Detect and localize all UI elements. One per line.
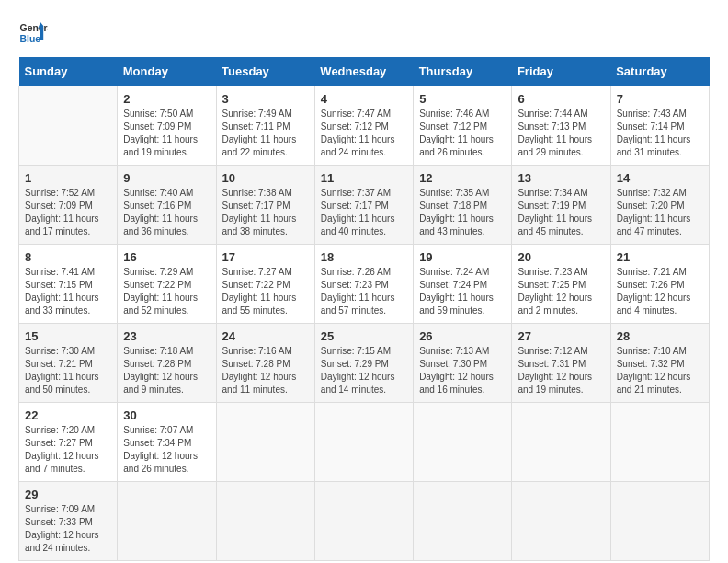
calendar-cell: 20Sunrise: 7:23 AM Sunset: 7:25 PM Dayli… <box>512 245 610 324</box>
day-info: Sunrise: 7:15 AM Sunset: 7:29 PM Dayligh… <box>321 345 407 396</box>
page-header: General Blue <box>18 18 710 48</box>
day-number: 10 <box>222 171 309 185</box>
day-number: 9 <box>123 171 210 185</box>
day-info: Sunrise: 7:40 AM Sunset: 7:16 PM Dayligh… <box>123 187 210 238</box>
day-info: Sunrise: 7:50 AM Sunset: 7:09 PM Dayligh… <box>123 108 210 159</box>
calendar-cell: 25Sunrise: 7:15 AM Sunset: 7:29 PM Dayli… <box>314 324 413 403</box>
day-info: Sunrise: 7:10 AM Sunset: 7:32 PM Dayligh… <box>617 345 703 396</box>
svg-text:General: General <box>20 23 48 33</box>
calendar-cell: 16Sunrise: 7:29 AM Sunset: 7:22 PM Dayli… <box>118 245 216 324</box>
day-info: Sunrise: 7:46 AM Sunset: 7:12 PM Dayligh… <box>419 108 506 159</box>
day-number: 14 <box>617 171 703 185</box>
day-info: Sunrise: 7:30 AM Sunset: 7:21 PM Dayligh… <box>25 345 111 396</box>
calendar-cell: 1Sunrise: 7:52 AM Sunset: 7:09 PM Daylig… <box>19 166 118 245</box>
svg-text:Blue: Blue <box>20 34 41 44</box>
day-info: Sunrise: 7:09 AM Sunset: 7:33 PM Dayligh… <box>25 503 111 555</box>
day-number: 17 <box>222 250 309 264</box>
day-number: 4 <box>321 92 407 106</box>
day-number: 22 <box>25 408 111 422</box>
day-number: 16 <box>123 250 210 264</box>
day-info: Sunrise: 7:16 AM Sunset: 7:28 PM Dayligh… <box>222 345 309 396</box>
day-info: Sunrise: 7:43 AM Sunset: 7:14 PM Dayligh… <box>617 108 703 159</box>
day-info: Sunrise: 7:38 AM Sunset: 7:17 PM Dayligh… <box>222 187 309 238</box>
day-info: Sunrise: 7:44 AM Sunset: 7:13 PM Dayligh… <box>518 108 604 159</box>
day-number: 13 <box>518 171 604 185</box>
day-number: 29 <box>25 488 111 501</box>
day-info: Sunrise: 7:52 AM Sunset: 7:09 PM Dayligh… <box>25 187 111 238</box>
day-of-week-header: Wednesday <box>314 57 413 86</box>
day-number: 5 <box>419 92 506 106</box>
calendar-cell: 18Sunrise: 7:26 AM Sunset: 7:23 PM Dayli… <box>314 245 413 324</box>
day-of-week-header: Sunday <box>19 57 118 86</box>
calendar-cell: 26Sunrise: 7:13 AM Sunset: 7:30 PM Dayli… <box>414 324 512 403</box>
calendar-cell: 28Sunrise: 7:10 AM Sunset: 7:32 PM Dayli… <box>610 324 709 403</box>
calendar-cell: 8Sunrise: 7:41 AM Sunset: 7:15 PM Daylig… <box>19 245 118 324</box>
calendar-cell <box>216 403 314 482</box>
day-number: 8 <box>25 250 111 264</box>
day-of-week-header: Monday <box>118 57 216 86</box>
calendar-cell: 14Sunrise: 7:32 AM Sunset: 7:20 PM Dayli… <box>610 166 709 245</box>
calendar-cell <box>19 86 118 166</box>
day-number: 19 <box>419 250 506 264</box>
day-number: 7 <box>617 92 703 106</box>
day-number: 27 <box>518 329 604 343</box>
calendar-cell: 23Sunrise: 7:18 AM Sunset: 7:28 PM Dayli… <box>118 324 216 403</box>
day-number: 6 <box>518 92 604 106</box>
calendar-cell: 2Sunrise: 7:50 AM Sunset: 7:09 PM Daylig… <box>118 86 216 166</box>
day-number: 11 <box>321 171 407 185</box>
calendar-cell <box>512 403 610 482</box>
day-info: Sunrise: 7:41 AM Sunset: 7:15 PM Dayligh… <box>25 266 111 317</box>
day-number: 26 <box>419 329 506 343</box>
day-info: Sunrise: 7:47 AM Sunset: 7:12 PM Dayligh… <box>321 108 407 159</box>
calendar-table: SundayMondayTuesdayWednesdayThursdayFrid… <box>18 57 710 561</box>
day-number: 21 <box>617 250 703 264</box>
calendar-cell: 4Sunrise: 7:47 AM Sunset: 7:12 PM Daylig… <box>314 86 413 166</box>
day-info: Sunrise: 7:13 AM Sunset: 7:30 PM Dayligh… <box>419 345 506 396</box>
day-of-week-header: Saturday <box>610 57 709 86</box>
logo: General Blue <box>18 18 48 48</box>
day-info: Sunrise: 7:21 AM Sunset: 7:26 PM Dayligh… <box>617 266 703 317</box>
calendar-cell: 9Sunrise: 7:40 AM Sunset: 7:16 PM Daylig… <box>118 166 216 245</box>
calendar-cell: 10Sunrise: 7:38 AM Sunset: 7:17 PM Dayli… <box>216 166 314 245</box>
calendar-cell: 5Sunrise: 7:46 AM Sunset: 7:12 PM Daylig… <box>414 86 512 166</box>
calendar-cell: 6Sunrise: 7:44 AM Sunset: 7:13 PM Daylig… <box>512 86 610 166</box>
calendar-cell <box>610 482 709 561</box>
calendar-cell <box>512 482 610 561</box>
day-info: Sunrise: 7:29 AM Sunset: 7:22 PM Dayligh… <box>123 266 210 317</box>
day-info: Sunrise: 7:24 AM Sunset: 7:24 PM Dayligh… <box>419 266 506 317</box>
day-info: Sunrise: 7:49 AM Sunset: 7:11 PM Dayligh… <box>222 108 309 159</box>
day-number: 23 <box>123 329 210 343</box>
calendar-cell: 22Sunrise: 7:20 AM Sunset: 7:27 PM Dayli… <box>19 403 118 482</box>
day-number: 30 <box>123 408 210 422</box>
calendar-cell: 3Sunrise: 7:49 AM Sunset: 7:11 PM Daylig… <box>216 86 314 166</box>
calendar-cell: 12Sunrise: 7:35 AM Sunset: 7:18 PM Dayli… <box>414 166 512 245</box>
calendar-cell <box>314 403 413 482</box>
day-info: Sunrise: 7:23 AM Sunset: 7:25 PM Dayligh… <box>518 266 604 317</box>
day-info: Sunrise: 7:26 AM Sunset: 7:23 PM Dayligh… <box>321 266 407 317</box>
day-info: Sunrise: 7:37 AM Sunset: 7:17 PM Dayligh… <box>321 187 407 238</box>
calendar-cell <box>414 482 512 561</box>
calendar-cell: 29Sunrise: 7:09 AM Sunset: 7:33 PM Dayli… <box>19 482 118 561</box>
logo-icon: General Blue <box>18 18 48 48</box>
day-number: 28 <box>617 329 703 343</box>
day-number: 25 <box>321 329 407 343</box>
calendar-cell <box>118 482 216 561</box>
calendar-cell <box>216 482 314 561</box>
calendar-cell: 15Sunrise: 7:30 AM Sunset: 7:21 PM Dayli… <box>19 324 118 403</box>
calendar-cell: 21Sunrise: 7:21 AM Sunset: 7:26 PM Dayli… <box>610 245 709 324</box>
calendar-cell: 27Sunrise: 7:12 AM Sunset: 7:31 PM Dayli… <box>512 324 610 403</box>
day-of-week-header: Friday <box>512 57 610 86</box>
day-info: Sunrise: 7:20 AM Sunset: 7:27 PM Dayligh… <box>25 424 111 476</box>
day-of-week-header: Thursday <box>414 57 512 86</box>
calendar-cell: 30Sunrise: 7:07 AM Sunset: 7:34 PM Dayli… <box>118 403 216 482</box>
day-info: Sunrise: 7:32 AM Sunset: 7:20 PM Dayligh… <box>617 187 703 238</box>
calendar-cell: 17Sunrise: 7:27 AM Sunset: 7:22 PM Dayli… <box>216 245 314 324</box>
calendar-cell: 7Sunrise: 7:43 AM Sunset: 7:14 PM Daylig… <box>610 86 709 166</box>
calendar-cell <box>414 403 512 482</box>
day-info: Sunrise: 7:18 AM Sunset: 7:28 PM Dayligh… <box>123 345 210 396</box>
day-number: 24 <box>222 329 309 343</box>
calendar-cell: 19Sunrise: 7:24 AM Sunset: 7:24 PM Dayli… <box>414 245 512 324</box>
day-info: Sunrise: 7:35 AM Sunset: 7:18 PM Dayligh… <box>419 187 506 238</box>
day-number: 18 <box>321 250 407 264</box>
day-number: 12 <box>419 171 506 185</box>
